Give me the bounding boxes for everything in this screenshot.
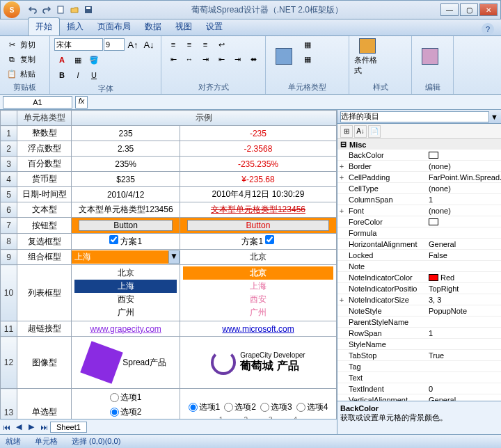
- prop-dropdown-icon[interactable]: ▼: [491, 113, 498, 121]
- tab-start[interactable]: 开始: [28, 17, 60, 35]
- prop-category[interactable]: ⊟ Misc: [337, 139, 501, 150]
- row-head[interactable]: 13: [1, 389, 17, 419]
- cell-type[interactable]: 图像型: [17, 337, 72, 389]
- row-head[interactable]: 4: [1, 172, 17, 187]
- cell-type[interactable]: 浮点数型: [17, 141, 72, 157]
- app-orb[interactable]: S: [3, 1, 20, 18]
- list-item[interactable]: 广州: [183, 306, 333, 319]
- prop-value[interactable]: (none): [426, 162, 501, 170]
- celltype-dropdown[interactable]: [270, 38, 298, 77]
- checkbox-a[interactable]: [109, 235, 118, 244]
- list-item[interactable]: 北京: [74, 266, 177, 280]
- font-color-icon[interactable]: A: [54, 53, 70, 67]
- cell-b[interactable]: -2.3568: [180, 141, 336, 157]
- prop-row[interactable]: ForeColor: [337, 216, 501, 227]
- tab-insert[interactable]: 插入: [60, 18, 90, 35]
- open-icon[interactable]: [69, 4, 80, 15]
- col-header-b[interactable]: 示例: [72, 111, 337, 126]
- tab-layout[interactable]: 页面布局: [90, 18, 138, 35]
- wrap-icon[interactable]: ↩: [214, 38, 229, 51]
- prop-row[interactable]: Note: [337, 261, 501, 272]
- copy-icon[interactable]: ⧉: [4, 52, 19, 66]
- listbox-b[interactable]: 北京 上海 西安 广州: [180, 265, 336, 321]
- col-header-a[interactable]: 单元格类型: [17, 111, 72, 126]
- undo-icon[interactable]: [27, 4, 38, 15]
- indent-dec-icon[interactable]: ⇤: [214, 52, 229, 66]
- listbox-a[interactable]: 北京 上海 西安 广州: [72, 265, 180, 321]
- prop-row[interactable]: TabStopTrue: [337, 350, 501, 361]
- cell-a[interactable]: 2.35: [72, 141, 180, 157]
- radio-b1[interactable]: [189, 403, 198, 412]
- prop-row[interactable]: VerticalAlignmentGeneral: [337, 394, 501, 401]
- fx-icon[interactable]: fx: [75, 96, 88, 109]
- list-item[interactable]: 西安: [183, 293, 333, 306]
- radio-a1[interactable]: [110, 393, 119, 402]
- sheet-nav-last[interactable]: ⏭: [38, 421, 50, 433]
- redo-icon[interactable]: [41, 4, 52, 15]
- radio-b2[interactable]: [224, 403, 233, 412]
- row-head[interactable]: 11: [1, 321, 17, 337]
- prop-value[interactable]: Red: [426, 273, 501, 282]
- radio-a2[interactable]: [110, 408, 119, 417]
- row-head[interactable]: 8: [1, 234, 17, 250]
- align-right-icon[interactable]: ⇥: [198, 52, 213, 66]
- close-button[interactable]: ✕: [479, 3, 498, 16]
- row-head[interactable]: 1: [1, 126, 17, 141]
- prop-row[interactable]: +Border(none): [337, 161, 501, 172]
- prop-object-select[interactable]: [340, 111, 489, 122]
- corner-cell[interactable]: [1, 111, 17, 126]
- list-item[interactable]: 广州: [74, 306, 177, 319]
- prop-value[interactable]: (none): [426, 207, 501, 215]
- tab-data[interactable]: 数据: [138, 18, 168, 35]
- prop-list[interactable]: ⊟ Misc BackColor+Border(none)+CellPaddin…: [337, 139, 501, 401]
- cell-type[interactable]: 单选型: [17, 389, 72, 419]
- cell-type[interactable]: 列表框型: [17, 265, 72, 321]
- categorize-icon[interactable]: ⊞: [340, 125, 353, 138]
- new-icon[interactable]: [55, 4, 66, 15]
- prop-row[interactable]: StyleName: [337, 339, 501, 350]
- grow-font-icon[interactable]: A↑: [125, 38, 141, 51]
- merge-icon[interactable]: ⬌: [246, 52, 261, 66]
- font-size-select[interactable]: [104, 38, 125, 51]
- cell-a[interactable]: 235: [72, 126, 180, 141]
- prop-row[interactable]: NoteIndicatorPositioTopRight: [337, 283, 501, 294]
- checkbox-b[interactable]: [265, 235, 274, 244]
- prop-row[interactable]: LockedFalse: [337, 250, 501, 261]
- indent-inc-icon[interactable]: ⇥: [230, 52, 245, 66]
- prop-value[interactable]: 0: [426, 385, 501, 393]
- bold-icon[interactable]: B: [54, 68, 70, 82]
- cell-type[interactable]: 按钮型: [17, 218, 72, 234]
- cell-a[interactable]: $235: [72, 172, 180, 187]
- prop-row[interactable]: Tag: [337, 361, 501, 372]
- button-b[interactable]: Button: [187, 220, 329, 231]
- row-head[interactable]: 2: [1, 141, 17, 157]
- alpha-sort-icon[interactable]: A↓: [354, 125, 367, 138]
- sheet-tab-1[interactable]: Sheet1: [50, 422, 87, 433]
- combo-cell-b[interactable]: 北京: [180, 250, 336, 265]
- cell-type[interactable]: 百分数型: [17, 157, 72, 172]
- prop-value[interactable]: PopupNote: [426, 307, 501, 315]
- help-icon[interactable]: ?: [482, 23, 494, 35]
- edit-button[interactable]: [416, 38, 444, 77]
- cell-type[interactable]: 组合框型: [17, 250, 72, 265]
- cell-a[interactable]: 2010/4/12: [72, 187, 180, 202]
- sheet-nav-prev[interactable]: ◀: [13, 421, 25, 433]
- row-head[interactable]: 6: [1, 202, 17, 218]
- link-cell-b[interactable]: www.microsoft.com: [180, 321, 336, 337]
- cell-b[interactable]: 2010年4月12日 10:30:29: [180, 187, 336, 202]
- cell-b[interactable]: 文本型单元格类型123456: [180, 202, 336, 218]
- prop-row[interactable]: Text: [337, 372, 501, 383]
- celltype-btn1[interactable]: ▦: [300, 38, 315, 51]
- list-item[interactable]: 西安: [74, 293, 177, 306]
- prop-row[interactable]: +CellPaddingFarPoint.Win.Spread.CellPa: [337, 172, 501, 183]
- cell-type[interactable]: 复选框型: [17, 234, 72, 250]
- maximize-button[interactable]: ▢: [460, 3, 478, 16]
- prop-value[interactable]: General: [426, 396, 501, 401]
- align-bot-icon[interactable]: ≡: [198, 38, 213, 51]
- prop-row[interactable]: +Font(none): [337, 205, 501, 216]
- align-mid-icon[interactable]: ≡: [182, 38, 197, 51]
- border-icon[interactable]: ▦: [70, 53, 86, 67]
- cell-a[interactable]: 文本型单元格类型123456: [72, 202, 180, 218]
- paste-icon[interactable]: 📋: [4, 67, 19, 81]
- link-cell-a[interactable]: www.grapecity.com: [72, 321, 180, 337]
